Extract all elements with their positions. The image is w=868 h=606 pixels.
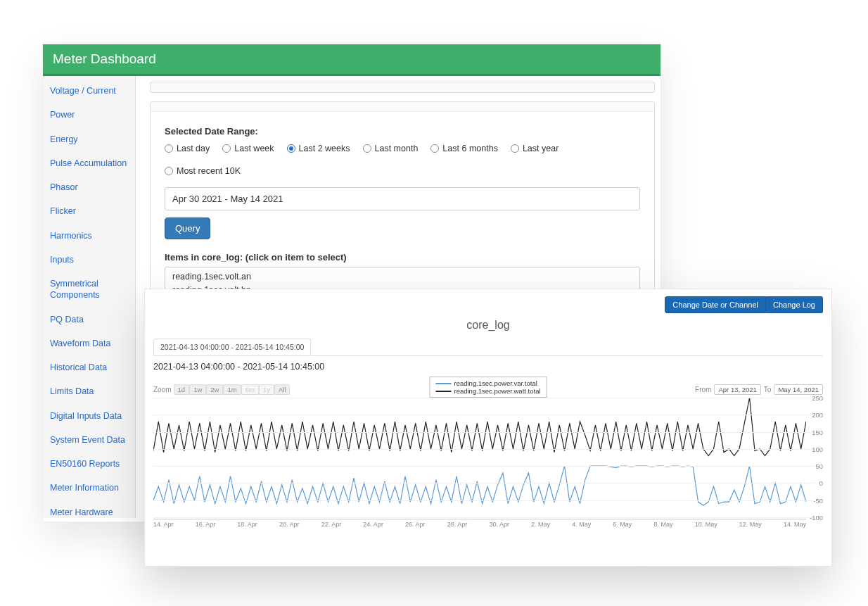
- x-tick-label: 26. Apr: [405, 521, 426, 531]
- x-tick-label: 18. Apr: [237, 521, 257, 531]
- chart-subtitle: 2021-04-13 04:00:00 - 2021-05-14 10:45:0…: [153, 362, 823, 372]
- card-header: [151, 102, 654, 112]
- x-tick-label: 2. May: [531, 521, 550, 531]
- y-tick-label: 150: [808, 428, 823, 436]
- chart-plot-area: 14. Apr16. Apr18. Apr20. Apr22. Apr24. A…: [153, 398, 823, 531]
- list-item[interactable]: reading.1sec.volt.an: [172, 270, 632, 284]
- sidebar-item[interactable]: Digital Inputs Data: [43, 404, 135, 428]
- radio-dot-icon: [165, 144, 173, 153]
- legend-line-black: [435, 391, 451, 392]
- radio-dot-icon: [511, 144, 519, 153]
- sidebar-item[interactable]: EN50160 Reports: [43, 452, 135, 476]
- date-range-label: Selected Date Range:: [165, 126, 640, 137]
- chart-toolbar: Change Date or Channel Change Log: [153, 296, 823, 313]
- to-label: To: [764, 386, 772, 393]
- chart-svg: [153, 398, 806, 517]
- zoom-button[interactable]: 1m: [223, 384, 241, 395]
- legend-label-0: reading.1sec.power.var.total: [454, 379, 537, 387]
- radio-label: Last month: [375, 144, 419, 153]
- y-tick-label: -100: [808, 514, 823, 522]
- x-tick-label: 14. Apr: [153, 521, 174, 531]
- x-tick-label: 16. Apr: [196, 521, 216, 531]
- sidebar-item[interactable]: Harmonics: [43, 224, 135, 248]
- gridline: [153, 398, 815, 398]
- y-tick-label: 50: [808, 462, 823, 470]
- gridline: [153, 500, 815, 501]
- radio-label: Last 6 months: [442, 144, 498, 153]
- gridline: [153, 466, 815, 467]
- sidebar-item[interactable]: Pulse Accumulation: [43, 151, 135, 175]
- x-tick-label: 22. Apr: [321, 521, 342, 531]
- radio-option[interactable]: Last 6 months: [430, 144, 498, 153]
- change-date-channel-button[interactable]: Change Date or Channel: [665, 296, 766, 313]
- gridline: [153, 415, 815, 415]
- series-line: [153, 466, 806, 505]
- sidebar-item[interactable]: Meter Information: [43, 476, 135, 500]
- sidebar-item[interactable]: PQ Data: [43, 308, 135, 332]
- radio-label: Last year: [523, 144, 559, 153]
- gridline: [153, 517, 815, 518]
- date-range-display[interactable]: Apr 30 2021 - May 14 2021: [165, 187, 640, 210]
- radio-dot-icon: [363, 144, 371, 153]
- chart-tab-range[interactable]: 2021-04-13 04:00:00 - 2021-05-14 10:45:0…: [153, 339, 311, 355]
- legend-label-1: reading.1sec.power.watt.total: [454, 387, 540, 395]
- zoom-button[interactable]: 6m: [241, 384, 259, 395]
- radio-label: Last week: [234, 144, 274, 153]
- toolbar-placeholder: [150, 82, 655, 93]
- sidebar: Voltage / CurrentPowerEnergyPulse Accumu…: [43, 76, 136, 518]
- zoom-button[interactable]: All: [274, 384, 291, 395]
- chart-tabs: 2021-04-13 04:00:00 - 2021-05-14 10:45:0…: [153, 339, 823, 356]
- radio-option[interactable]: Last year: [511, 144, 559, 153]
- zoom-button[interactable]: 1y: [259, 384, 274, 395]
- chart-title: core_log: [153, 319, 823, 332]
- sidebar-item[interactable]: Voltage / Current: [43, 79, 135, 103]
- sidebar-item[interactable]: Inputs: [43, 248, 135, 272]
- change-log-button[interactable]: Change Log: [766, 296, 823, 313]
- radio-option[interactable]: Most recent 10K: [165, 166, 241, 176]
- from-date-input[interactable]: Apr 13, 2021: [714, 384, 760, 395]
- y-tick-label: 100: [808, 445, 823, 453]
- radio-dot-icon: [165, 167, 173, 175]
- x-tick-label: 28. Apr: [447, 521, 468, 531]
- radio-dot-icon: [222, 144, 231, 153]
- gridline: [153, 483, 815, 484]
- radio-option[interactable]: Last 2 weeks: [287, 144, 350, 153]
- sidebar-item[interactable]: System Event Data: [43, 428, 135, 452]
- chart-xaxis: 14. Apr16. Apr18. Apr20. Apr22. Apr24. A…: [153, 519, 806, 531]
- zoom-button[interactable]: 1w: [189, 384, 206, 395]
- x-tick-label: 4. May: [572, 521, 591, 531]
- radio-dot-icon: [287, 144, 295, 153]
- zoom-label: Zoom: [153, 386, 172, 393]
- gridline: [153, 432, 815, 433]
- gridline: [153, 449, 815, 450]
- from-label: From: [695, 386, 711, 393]
- zoom-button[interactable]: 2w: [206, 384, 223, 395]
- date-range-radios: Last dayLast weekLast 2 weeksLast monthL…: [165, 144, 640, 176]
- radio-option[interactable]: Last week: [222, 144, 274, 153]
- sidebar-item[interactable]: Meter Hardware: [43, 500, 135, 524]
- radio-label: Most recent 10K: [177, 166, 241, 176]
- y-tick-label: 200: [808, 411, 823, 419]
- y-tick-label: 250: [808, 394, 823, 402]
- x-tick-label: 20. Apr: [279, 521, 300, 531]
- y-tick-label: 0: [808, 479, 823, 487]
- legend-line-blue: [435, 383, 451, 384]
- zoom-button[interactable]: 1d: [174, 384, 190, 395]
- sidebar-item[interactable]: Energy: [43, 127, 135, 151]
- x-tick-label: 6. May: [613, 521, 632, 531]
- radio-label: Last day: [177, 144, 210, 153]
- radio-option[interactable]: Last month: [363, 144, 419, 153]
- page-title: Meter Dashboard: [43, 44, 660, 76]
- x-tick-label: 12. May: [739, 521, 762, 531]
- chart-window: Change Date or Channel Change Log core_l…: [144, 289, 832, 567]
- radio-option[interactable]: Last day: [165, 144, 210, 153]
- sidebar-item[interactable]: Symmetrical Components: [43, 272, 135, 308]
- sidebar-item[interactable]: Limits Data: [43, 379, 135, 403]
- query-button[interactable]: Query: [165, 217, 210, 239]
- sidebar-item[interactable]: Flicker: [43, 199, 135, 223]
- sidebar-item[interactable]: Waveform Data: [43, 332, 135, 355]
- sidebar-item[interactable]: Phasor: [43, 175, 135, 199]
- sidebar-item[interactable]: Historical Data: [43, 355, 135, 379]
- sidebar-item[interactable]: Power: [43, 103, 135, 127]
- x-tick-label: 10. May: [695, 521, 717, 531]
